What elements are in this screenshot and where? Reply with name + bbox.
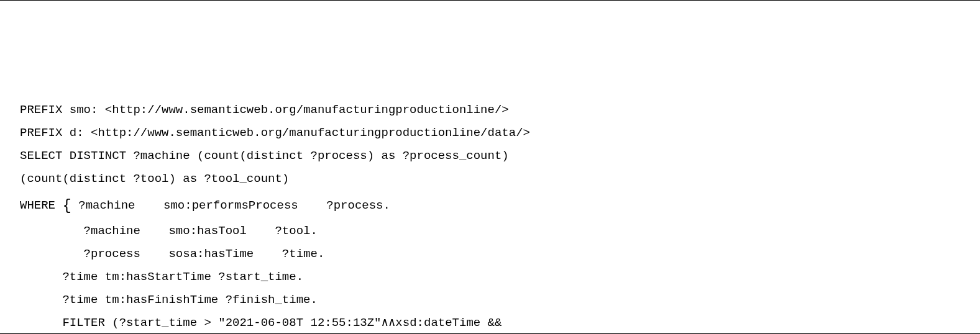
code-line-6: ?machine smo:hasTool ?tool. (20, 224, 318, 238)
code-line-10: FILTER (?start_time > "2021-06-08T 12:55… (20, 316, 501, 330)
sparql-code-block: PREFIX smo: <http://www.semanticweb.org/… (20, 99, 960, 334)
code-line-8: ?time tm:hasStartTime ?start_time. (20, 270, 303, 284)
code-line-9: ?time tm:hasFinishTime ?finish_time. (20, 293, 318, 307)
code-line-2: PREFIX d: <http://www.semanticweb.org/ma… (20, 126, 530, 140)
code-line-5-rest: ?machine smo:performsProcess ?process. (71, 199, 390, 212)
open-brace: { (62, 197, 71, 214)
code-line-4: (count(distinct ?tool) as ?tool_count) (20, 172, 289, 186)
code-line-7: ?process sosa:hasTime ?time. (20, 247, 324, 261)
code-line-5-prefix: WHERE (20, 199, 62, 212)
code-line-1: PREFIX smo: <http://www.semanticweb.org/… (20, 103, 509, 117)
code-line-3: SELECT DISTINCT ?machine (count(distinct… (20, 149, 509, 163)
